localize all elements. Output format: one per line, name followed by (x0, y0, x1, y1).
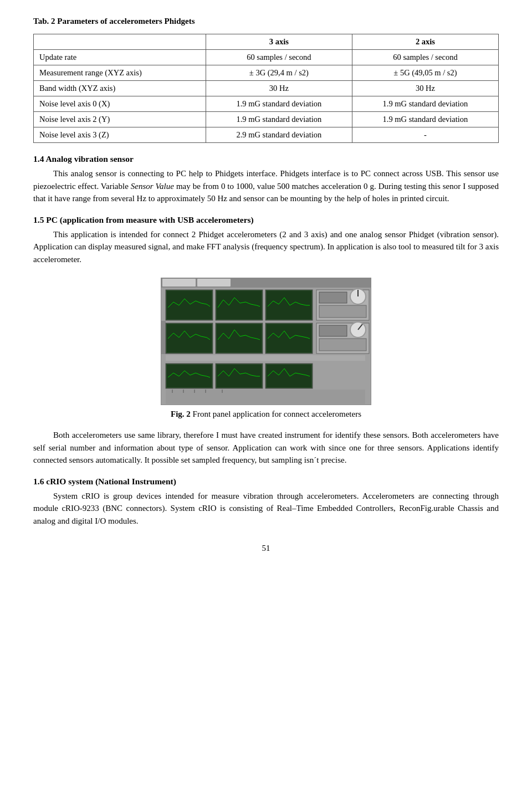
section-1-5-paragraph-2: Both accelerometers use same library, th… (33, 429, 499, 467)
row-label: Measurement range (XYZ axis) (34, 65, 206, 81)
svg-rect-14 (319, 305, 366, 318)
fig-caption-bold: Fig. 2 (171, 410, 191, 418)
row-label: Noise level axis 3 (Z) (34, 127, 206, 143)
row-label: Noise level axis 0 (X) (34, 96, 206, 112)
table-row: Noise level axis 0 (X) 1.9 mG standard d… (34, 96, 499, 112)
row-value-3axis: 30 Hz (206, 81, 352, 96)
figure-svg (161, 278, 371, 405)
svg-rect-33 (267, 365, 311, 387)
figure-caption: Fig. 2 Front panel application for conne… (171, 410, 361, 419)
section-1-6-heading: 1.6 cRIO system (National Instrument) (33, 477, 499, 487)
svg-rect-23 (319, 325, 347, 336)
svg-rect-34 (166, 390, 365, 404)
row-value-2axis: 60 samples / second (352, 50, 498, 65)
section-1-4-paragraph-1: This analog sensor is connecting to PC h… (33, 167, 499, 205)
table-row: Measurement range (XYZ axis) ± 3G (29,4 … (34, 65, 499, 81)
table-row: Noise level axis 2 (Y) 1.9 mG standard d… (34, 112, 499, 127)
col-header-3axis: 3 axis (206, 34, 352, 50)
col-header-empty (34, 34, 206, 50)
svg-rect-5 (167, 291, 212, 319)
row-value-2axis: 1.9 mG standard deviation (352, 96, 498, 112)
page-number: 51 (33, 544, 499, 553)
fig-caption-text: Front panel application for connect acce… (191, 410, 361, 418)
page-title: Tab. 2 Parameters of accelerometers Phid… (33, 17, 499, 26)
row-value-3axis: 60 samples / second (206, 50, 352, 65)
table-row: Band width (XYZ axis) 30 Hz 30 Hz (34, 81, 499, 96)
svg-rect-3 (197, 279, 231, 286)
row-value-3axis: ± 3G (29,4 m / s2) (206, 65, 352, 81)
figure-image (161, 278, 371, 405)
svg-rect-17 (167, 324, 212, 352)
row-value-2axis: 1.9 mG standard deviation (352, 112, 498, 127)
parameters-table: 3 axis 2 axis Update rate 60 samples / s… (33, 34, 499, 143)
row-value-2axis: - (352, 127, 498, 143)
row-label: Noise level axis 2 (Y) (34, 112, 206, 127)
col-header-2axis: 2 axis (352, 34, 498, 50)
svg-rect-2 (162, 279, 196, 286)
table-row: Noise level axis 3 (Z) 2.9 mG standard d… (34, 127, 499, 143)
svg-rect-15 (161, 321, 166, 354)
row-value-2axis: 30 Hz (352, 81, 498, 96)
para-italic: Sensor Value (131, 182, 174, 191)
svg-rect-27 (166, 355, 365, 361)
row-value-2axis: ± 5G (49,05 m / s2) (352, 65, 498, 81)
row-label: Update rate (34, 50, 206, 65)
svg-rect-26 (319, 339, 366, 351)
section-1-4-heading: 1.4 Analog vibration sensor (33, 154, 499, 164)
svg-rect-21 (267, 324, 311, 352)
row-value-3axis: 2.9 mG standard deviation (206, 127, 352, 143)
table-row: Update rate 60 samples / second 60 sampl… (34, 50, 499, 65)
svg-rect-11 (319, 292, 347, 303)
section-1-5-paragraph-1: This application is intended for connect… (33, 228, 499, 266)
row-value-3axis: 1.9 mG standard deviation (206, 112, 352, 127)
figure-container: Fig. 2 Front panel application for conne… (33, 278, 499, 419)
row-label: Band width (XYZ axis) (34, 81, 206, 96)
row-value-3axis: 1.9 mG standard deviation (206, 96, 352, 112)
section-1-6-paragraph-1: System cRIO is group devices intended fo… (33, 490, 499, 528)
section-1-5-heading: 1.5 PC (application from measure with US… (33, 215, 499, 225)
